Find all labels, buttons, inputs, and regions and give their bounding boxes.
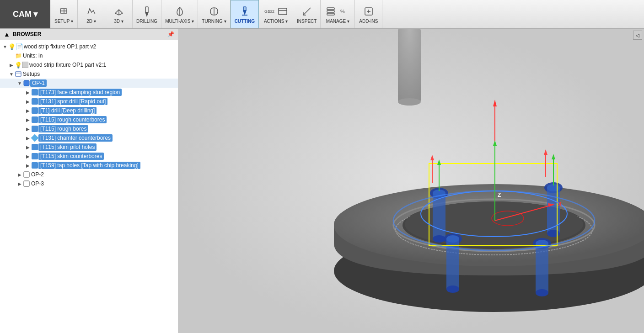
actions-icons: G1 G2 xyxy=(263,5,289,18)
turning-label: TURNING ▾ xyxy=(202,19,226,24)
tree-expand-units xyxy=(8,53,15,59)
toolbar: CAM ▾ SETUP ▾ xyxy=(0,0,644,29)
tree-item-setups[interactable]: ▼ Setups xyxy=(0,69,178,79)
tree-item-part[interactable]: ▶ 💡 wood strip fixture OP1 part v2:1 xyxy=(0,60,178,69)
setup-icons xyxy=(58,5,70,18)
drilling-icons xyxy=(140,5,153,18)
tree-label-op1-8: [T115] skim counterbores xyxy=(38,153,104,160)
tree-icon-op1-3 xyxy=(31,107,38,114)
3d-icon xyxy=(113,5,125,18)
tree-expand-op1-9[interactable]: ▶ xyxy=(25,162,31,169)
2d-icons xyxy=(85,5,98,18)
manage-label: MANAGE ▾ xyxy=(326,19,349,24)
tree-label-setups: Setups xyxy=(23,71,40,77)
2d-icon xyxy=(85,5,98,18)
toolbar-group-cutting[interactable]: CUTTING xyxy=(231,0,259,28)
svg-rect-18 xyxy=(327,11,334,12)
inspect-icons xyxy=(301,5,313,18)
drilling-icon xyxy=(140,5,153,18)
browser-panel: ▲ BROWSER 📌 ▼ 💡 📄 wood strip fixture OP1… xyxy=(0,29,178,333)
svg-rect-44 xyxy=(547,188,560,233)
toolbar-group-actions[interactable]: G1 G2 ACTIONS ▾ xyxy=(259,0,293,28)
tree-item-op1-8[interactable]: ▶ [T115] skim counterbores xyxy=(0,152,178,161)
manage-icon2: % xyxy=(338,5,351,18)
tree-item-op1[interactable]: ▼ OP-1 xyxy=(0,79,178,88)
svg-text:Z: Z xyxy=(498,192,501,198)
toolbar-group-inspect[interactable]: INSPECT xyxy=(293,0,321,28)
viewport[interactable]: Z X ◁ xyxy=(178,29,644,333)
add-ins-icon xyxy=(362,5,375,18)
tree-item-root[interactable]: ▼ 💡 📄 wood strip fixture OP1 part v2 xyxy=(0,42,178,51)
multi-axis-label: MULTI-AXIS ▾ xyxy=(165,19,194,24)
tree-item-op1-5[interactable]: ▶ [T115] rough bores xyxy=(0,124,178,133)
tree-expand-op2[interactable]: ▶ xyxy=(16,171,23,178)
tree-expand-op1-8[interactable]: ▶ xyxy=(25,153,31,159)
cutting-icon xyxy=(238,5,251,18)
svg-line-14 xyxy=(303,8,311,15)
tree-icon-bulb-part: 💡 xyxy=(15,61,22,69)
tree-icon-op2 xyxy=(23,171,30,178)
tree-expand-part[interactable]: ▶ xyxy=(8,62,15,68)
tree-icon-op1-9 xyxy=(31,162,38,169)
3d-label: 3D ▾ xyxy=(114,19,123,24)
tree-item-op1-2[interactable]: ▶ [T131] spot drill [Rapid out] xyxy=(0,97,178,106)
tree-expand-op1[interactable]: ▼ xyxy=(16,80,23,86)
toolbar-group-2d[interactable]: 2D ▾ xyxy=(78,0,105,28)
tree-expand-op1-1[interactable]: ▶ xyxy=(25,89,31,95)
tree-item-op1-6[interactable]: ▶ [T131] chamfer counterbores xyxy=(0,133,178,143)
cam-chevron: ▾ xyxy=(33,9,38,19)
tree-label-part: wood strip fixture OP1 part v2:1 xyxy=(29,62,106,68)
browser-collapse-icon[interactable]: ▲ xyxy=(4,31,10,38)
toolbar-group-drilling[interactable]: DRILLING xyxy=(133,0,161,28)
tree-expand-setups[interactable]: ▼ xyxy=(8,71,15,77)
toolbar-group-add-ins[interactable]: ADD-INS xyxy=(355,0,382,28)
tree-label-op1-3: [T1] drill [Deep drilling] xyxy=(38,107,97,114)
tree-icon-folder: 📄 xyxy=(16,43,23,50)
cam-menu-button[interactable]: CAM ▾ xyxy=(0,0,50,28)
tree-icon-op1-8 xyxy=(31,153,38,160)
actions-icon2 xyxy=(276,5,289,18)
inspect-label: INSPECT xyxy=(297,19,317,24)
svg-point-41 xyxy=(433,235,445,243)
toolbar-group-manage[interactable]: % MANAGE ▾ xyxy=(321,0,355,28)
svg-rect-48 xyxy=(446,239,459,289)
panel-collapse-handle[interactable]: ◁ xyxy=(633,31,642,40)
tree-expand-op1-3[interactable]: ▶ xyxy=(25,107,31,114)
tree-expand-root[interactable]: ▼ xyxy=(2,43,8,50)
tree-icon-op1 xyxy=(23,79,30,87)
tree-expand-op1-2[interactable]: ▶ xyxy=(25,98,31,105)
svg-point-53 xyxy=(536,289,548,296)
toolbar-group-multi-axis[interactable]: MULTI-AXIS ▾ xyxy=(161,0,198,28)
tree-item-op1-4[interactable]: ▶ [T115] rough counterbores xyxy=(0,115,178,124)
multi-axis-icons xyxy=(173,5,186,18)
tree-expand-op3[interactable]: ▶ xyxy=(16,180,23,187)
tree-expand-op1-5[interactable]: ▶ xyxy=(25,126,31,132)
tree-expand-op1-4[interactable]: ▶ xyxy=(25,116,31,123)
tree-label-op1-7: [T115] skim pilot holes xyxy=(38,143,97,151)
svg-rect-17 xyxy=(327,8,334,10)
tree-item-op2[interactable]: ▶ OP-2 xyxy=(0,170,178,179)
tree-item-op3[interactable]: ▶ OP-3 xyxy=(0,179,178,188)
tree-expand-op1-7[interactable]: ▶ xyxy=(25,144,31,150)
cutting-icons xyxy=(238,5,251,18)
tree-icon-op1-6 xyxy=(31,134,38,142)
browser-content: ▼ 💡 📄 wood strip fixture OP1 part v2 📁 U… xyxy=(0,40,178,333)
tree-icon-op1-4 xyxy=(31,116,38,123)
tree-expand-op1-6[interactable]: ▶ xyxy=(25,135,31,141)
tree-item-op1-7[interactable]: ▶ [T115] skim pilot holes xyxy=(0,143,178,152)
collapse-icon: ◁ xyxy=(636,33,639,38)
tree-item-op1-3[interactable]: ▶ [T1] drill [Deep drilling] xyxy=(0,106,178,115)
tree-label-op1-1: [T173] face clamping stud region xyxy=(38,89,122,96)
svg-text:X: X xyxy=(558,201,562,207)
browser-pin-icon[interactable]: 📌 xyxy=(167,31,174,37)
toolbar-group-turning[interactable]: TURNING ▾ xyxy=(198,0,230,28)
2d-label: 2D ▾ xyxy=(86,19,96,24)
svg-point-31 xyxy=(398,98,421,106)
toolbar-group-3d[interactable]: 3D ▾ xyxy=(105,0,133,28)
turning-icons xyxy=(208,5,220,18)
scene-3d: Z X xyxy=(178,29,644,333)
tree-item-op1-1[interactable]: ▶ [T173] face clamping stud region xyxy=(0,88,178,97)
svg-rect-19 xyxy=(327,13,334,15)
tree-item-op1-9[interactable]: ▶ [T159] tap holes [Tap with chip breaki… xyxy=(0,161,178,170)
toolbar-group-setup[interactable]: SETUP ▾ xyxy=(50,0,78,28)
